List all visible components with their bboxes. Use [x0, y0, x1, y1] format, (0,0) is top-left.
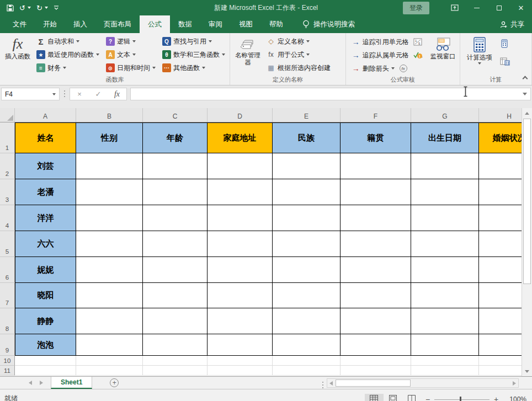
cell-F9[interactable]: [341, 334, 411, 356]
cell-C11[interactable]: [143, 366, 208, 376]
cell-A9[interactable]: 泡泡: [15, 334, 76, 356]
cell-F11[interactable]: [341, 366, 411, 376]
cell-D8[interactable]: [208, 308, 273, 334]
cell-D1[interactable]: 家庭地址: [208, 122, 273, 153]
tab-review[interactable]: 审阅: [200, 15, 231, 33]
redo-button[interactable]: ↻: [34, 3, 50, 13]
vertical-scrollbar[interactable]: [522, 108, 532, 376]
cell-E11[interactable]: [273, 366, 341, 376]
cell-H7[interactable]: [479, 283, 522, 308]
cell-G3[interactable]: [411, 179, 479, 205]
ribbon-button-trace-precedents[interactable]: →追踪引用单元格: [350, 35, 411, 49]
cell-B7[interactable]: [76, 283, 143, 308]
next-sheet-icon[interactable]: [40, 381, 43, 385]
cell-A2[interactable]: 刘芸: [15, 153, 76, 179]
ribbon-button-remove-arrows[interactable]: →删除箭头: [350, 62, 396, 75]
cell-A10[interactable]: [15, 356, 76, 366]
zoom-slider[interactable]: [434, 399, 490, 400]
cell-F8[interactable]: [341, 308, 411, 334]
cell-C5[interactable]: [143, 231, 208, 257]
cell-H1[interactable]: 婚姻状况: [479, 122, 522, 153]
column-header-E[interactable]: E: [273, 108, 341, 122]
formula-input[interactable]: [130, 88, 531, 100]
cell-G10[interactable]: [411, 356, 479, 366]
cell-C7[interactable]: [143, 283, 208, 308]
row-header-3[interactable]: 3: [0, 179, 15, 205]
cell-E9[interactable]: [273, 334, 341, 356]
name-box-dropdown-icon[interactable]: [52, 93, 56, 95]
cell-E2[interactable]: [273, 153, 341, 179]
page-layout-view-button[interactable]: [384, 394, 402, 401]
cell-A7[interactable]: 晓阳: [15, 283, 76, 308]
cell-D3[interactable]: [208, 179, 273, 205]
column-header-G[interactable]: G: [411, 108, 479, 122]
cell-E10[interactable]: [273, 356, 341, 366]
select-all-corner[interactable]: [0, 108, 15, 122]
row-header-4[interactable]: 4: [0, 205, 15, 231]
ribbon-button-define-name[interactable]: ◇定义名称: [265, 35, 332, 48]
column-header-D[interactable]: D: [208, 108, 273, 122]
cell-H11[interactable]: [479, 366, 522, 376]
undo-dropdown-icon[interactable]: [28, 7, 31, 9]
cell-C10[interactable]: [143, 356, 208, 366]
maximize-button[interactable]: [488, 0, 510, 15]
scroll-up-icon[interactable]: [522, 108, 532, 118]
formula-auditing-extra[interactable]: 15: [411, 38, 425, 46]
enter-icon[interactable]: ✓: [89, 90, 108, 98]
ribbon-button-autosum[interactable]: Σ自动求和: [35, 35, 101, 48]
zoom-out-button[interactable]: −: [421, 397, 434, 401]
cell-B2[interactable]: [76, 153, 143, 179]
cell-D10[interactable]: [208, 356, 273, 366]
cell-A1[interactable]: 姓名: [15, 122, 76, 153]
zoom-in-button[interactable]: +: [490, 397, 503, 401]
row-header-10[interactable]: 10: [0, 356, 15, 366]
formula-auditing-extra[interactable]: !: [411, 51, 425, 59]
cell-B11[interactable]: [76, 366, 143, 376]
ribbon-button-recent-functions[interactable]: ★最近使用的函数: [35, 48, 101, 61]
cell-E4[interactable]: [273, 205, 341, 231]
cell-D4[interactable]: [208, 205, 273, 231]
cell-G9[interactable]: [411, 334, 479, 356]
row-header-7[interactable]: 7: [0, 283, 15, 308]
ribbon-button-trace-dependents[interactable]: →追踪从属单元格: [350, 49, 411, 62]
cell-D2[interactable]: [208, 153, 273, 179]
column-header-F[interactable]: F: [341, 108, 411, 122]
minimize-button[interactable]: [466, 0, 488, 15]
zoom-level[interactable]: 100%: [503, 395, 526, 401]
row-header-1[interactable]: 1: [0, 122, 15, 153]
expand-formula-bar-icon[interactable]: [523, 93, 527, 95]
cell-C4[interactable]: [143, 205, 208, 231]
cell-H5[interactable]: [479, 231, 522, 257]
cell-G11[interactable]: [411, 366, 479, 376]
calculate-now-button[interactable]: [498, 37, 512, 50]
close-button[interactable]: ✕: [510, 0, 532, 15]
tab-formulas[interactable]: 公式: [140, 15, 170, 33]
ribbon-button-lookup-reference[interactable]: Q查找与引用: [161, 35, 227, 48]
cell-H8[interactable]: [479, 308, 522, 334]
cell-F6[interactable]: [341, 257, 411, 283]
tab-home[interactable]: 开始: [35, 15, 65, 33]
cell-G6[interactable]: [411, 257, 479, 283]
cell-F1[interactable]: 籍贯: [341, 122, 411, 153]
tab-data[interactable]: 数据: [170, 15, 200, 33]
row-header-5[interactable]: 5: [0, 231, 15, 257]
sign-in-button[interactable]: 登录: [403, 2, 429, 14]
cell-G7[interactable]: [411, 283, 479, 308]
cell-G8[interactable]: [411, 308, 479, 334]
customize-qat-icon[interactable]: [51, 4, 61, 12]
cell-E1[interactable]: 民族: [273, 122, 341, 153]
cell-A5[interactable]: 六六: [15, 231, 76, 257]
row-header-11[interactable]: 11: [0, 366, 15, 376]
cell-C6[interactable]: [143, 257, 208, 283]
tell-me-search[interactable]: 操作说明搜索: [302, 15, 355, 33]
cell-G5[interactable]: [411, 231, 479, 257]
column-header-A[interactable]: A: [15, 108, 76, 122]
cell-H4[interactable]: [479, 205, 522, 231]
row-header-2[interactable]: 2: [0, 153, 15, 179]
ribbon-button-text[interactable]: A文本: [104, 48, 157, 61]
cell-A6[interactable]: 妮妮: [15, 257, 76, 283]
ribbon-button-logical[interactable]: ?逻辑: [104, 35, 157, 48]
prev-sheet-icon[interactable]: [29, 381, 32, 385]
cell-D9[interactable]: [208, 334, 273, 356]
column-header-B[interactable]: B: [76, 108, 143, 122]
